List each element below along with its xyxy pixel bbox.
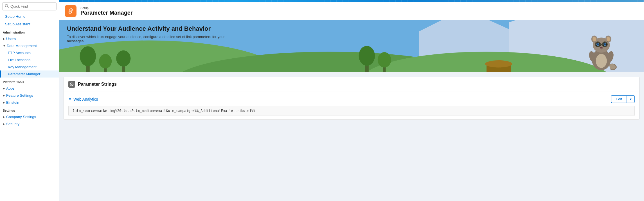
setup-assistant-link[interactable]: Setup Assistant — [0, 20, 59, 28]
sidebar-item-security-label: Security — [6, 122, 19, 126]
dropdown-button[interactable]: ▼ — [627, 95, 635, 103]
administration-section-header: Administration — [0, 28, 59, 35]
sidebar-item-einstein-label: Einstein — [6, 100, 19, 105]
banner-content: Understand Your Audience Activity and Be… — [67, 25, 236, 43]
sidebar-item-apps[interactable]: ▶ Apps — [0, 85, 59, 92]
param-strings-icon — [68, 81, 75, 88]
sidebar-item-feature-settings[interactable]: ▶ Feature Settings — [0, 92, 59, 99]
chevron-down-icon: ▼ — [3, 44, 6, 47]
sidebar-item-data-management[interactable]: ▼ Data Management — [0, 42, 59, 49]
param-value-box: ?utm_source=marketing%20cloud&utm_medium… — [68, 106, 635, 116]
chevron-right-icon: ▶ — [3, 37, 5, 40]
sidebar-item-company-settings[interactable]: ▶ Company Settings — [0, 113, 59, 120]
sidebar-item-key-management[interactable]: Key Management — [0, 63, 59, 70]
analytics-row: ▼ Web Analytics Edit ▼ ?utm_source=marke… — [64, 92, 639, 120]
search-box[interactable] — [2, 2, 57, 10]
svg-point-34 — [604, 43, 606, 45]
svg-point-16 — [359, 46, 375, 66]
row-actions: Edit ▼ — [611, 95, 635, 103]
raccoon-illustration — [565, 20, 627, 72]
svg-rect-37 — [599, 44, 604, 45]
web-analytics-link[interactable]: Web Analytics — [73, 97, 98, 101]
sidebar-item-apps-label: Apps — [6, 86, 15, 90]
main-content: Setup Parameter Manager — [59, 0, 644, 201]
search-icon — [5, 4, 9, 9]
analytics-chevron-down-icon[interactable]: ▼ — [68, 97, 72, 101]
chevron-right-icon-company: ▶ — [3, 115, 5, 118]
sidebar: Setup Home Setup Assistant Administratio… — [0, 0, 59, 201]
sidebar-item-ftp-accounts[interactable]: FTP Accounts — [0, 49, 59, 56]
sidebar-item-security[interactable]: ▶ Security — [0, 120, 59, 127]
sidebar-item-einstein[interactable]: ▶ Einstein — [0, 99, 59, 106]
platform-tools-section-header: Platform Tools — [0, 78, 59, 85]
svg-point-24 — [593, 37, 596, 41]
sidebar-item-file-locations[interactable]: File Locations — [0, 56, 59, 63]
banner-title: Understand Your Audience Activity and Be… — [67, 25, 236, 32]
param-strings-title: Parameter Strings — [78, 82, 117, 87]
svg-point-14 — [116, 50, 130, 67]
sidebar-item-users-label: Users — [6, 37, 16, 41]
banner: Understand Your Audience Activity and Be… — [59, 20, 644, 72]
param-strings-section: Parameter Strings ▼ Web Analytics Edit ▼… — [64, 77, 640, 120]
svg-line-1 — [8, 7, 9, 8]
sidebar-item-company-settings-label: Company Settings — [6, 115, 36, 119]
analytics-row-header: ▼ Web Analytics Edit ▼ — [68, 95, 635, 103]
setup-label: Setup — [80, 6, 133, 10]
edit-button[interactable]: Edit — [611, 95, 627, 103]
chevron-right-icon-einstein: ▶ — [3, 101, 5, 104]
analytics-row-left: ▼ Web Analytics — [68, 97, 98, 101]
svg-point-26 — [607, 37, 610, 41]
svg-point-31 — [597, 43, 599, 45]
settings-section-header: Settings — [0, 106, 59, 113]
chevron-right-icon-apps: ▶ — [3, 87, 5, 90]
top-decorative-bar — [59, 0, 644, 2]
svg-point-10 — [80, 46, 96, 66]
svg-point-39 — [596, 54, 607, 68]
chevron-right-icon-security: ▶ — [3, 122, 5, 125]
sidebar-item-users[interactable]: ▶ Users — [0, 35, 59, 42]
param-strings-header: Parameter Strings — [64, 77, 639, 92]
sidebar-item-feature-settings-label: Feature Settings — [6, 93, 33, 98]
sidebar-item-data-management-label: Data Management — [7, 44, 37, 48]
header-icon — [65, 5, 76, 17]
svg-point-38 — [600, 47, 603, 48]
sidebar-item-parameter-manager[interactable]: Parameter Manager — [0, 70, 59, 78]
page-title: Parameter Manager — [80, 10, 133, 16]
setup-home-link[interactable]: Setup Home — [0, 13, 59, 20]
header-text: Setup Parameter Manager — [80, 6, 133, 16]
svg-rect-8 — [59, 72, 644, 72]
svg-point-20 — [485, 60, 512, 68]
page-header: Setup Parameter Manager — [59, 2, 644, 20]
svg-point-12 — [99, 54, 112, 69]
content-area: Parameter Strings ▼ Web Analytics Edit ▼… — [59, 72, 644, 201]
search-input[interactable] — [10, 4, 54, 8]
svg-point-18 — [378, 52, 391, 67]
banner-subtitle: To discover which links engage your audi… — [67, 35, 236, 43]
chevron-right-icon-feature: ▶ — [3, 94, 5, 97]
